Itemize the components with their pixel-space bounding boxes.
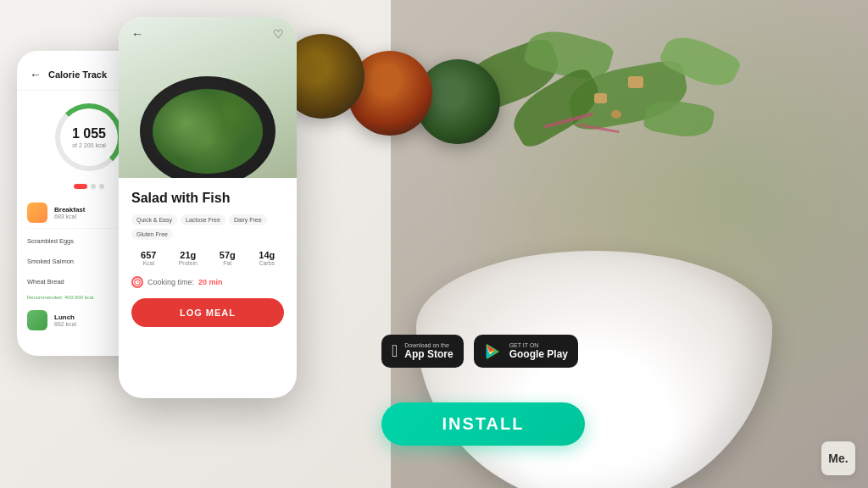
phone-front-nav: ← ♡ <box>119 17 297 51</box>
nutrition-kcal: 657 Kcal <box>131 250 166 266</box>
install-button-container: INSTALL <box>381 402 585 446</box>
lunch-label: Lunch <box>54 313 127 321</box>
nutrition-grid: 657 Kcal 21g Protein 57g Fat 14g Carbs <box>131 250 284 266</box>
store-buttons-container:  Download on the App Store GET IT ON Go… <box>381 335 578 368</box>
clock-icon <box>131 276 143 288</box>
tag-lactose-free: Lactose Free <box>181 214 225 225</box>
scrambled-eggs-label: Scrambled Eggs <box>27 237 74 245</box>
cooking-time: Cooking time: 20 min <box>131 276 284 288</box>
nutrition-fat: 57g Fat <box>210 250 245 266</box>
back-arrow-icon: ← <box>30 68 42 81</box>
lunch-icon <box>27 310 47 330</box>
apple-icon:  <box>392 341 398 361</box>
app-store-button[interactable]:  Download on the App Store <box>381 335 464 368</box>
phone-bowl <box>140 76 275 178</box>
carbs-label: Carbs <box>250 260 285 266</box>
tag-gluten-free: Gluten Free <box>131 229 173 240</box>
fat-label: Fat <box>210 260 245 266</box>
tag-quick-easy: Quick & Easy <box>131 214 177 225</box>
phone-front-content: Salad with Fish Quick & Easy Lactose Fre… <box>119 178 297 340</box>
cooking-time-label: Cooking time: <box>147 278 194 286</box>
fat-value: 57g <box>210 250 245 260</box>
phone-front-image: ← ♡ <box>119 17 297 178</box>
protein-label: Protein <box>171 260 206 266</box>
google-play-text: GET IT ON Google Play <box>509 342 568 360</box>
google-play-icon <box>484 342 503 361</box>
smoked-salmon-label: Smoked Salmon <box>27 258 74 265</box>
protein-value: 21g <box>171 250 206 260</box>
lunch-kcal: 882 kcal <box>54 321 127 327</box>
bowl-shape <box>416 251 772 488</box>
dot-1 <box>91 184 96 189</box>
cooking-time-value: 20 min <box>198 278 223 286</box>
app-store-main: App Store <box>404 348 453 360</box>
phone-front: ← ♡ Salad with Fish Quick & Easy Lactose… <box>119 17 297 398</box>
svg-line-2 <box>137 282 139 283</box>
app-store-sub: Download on the <box>404 342 453 348</box>
google-play-main: Google Play <box>509 348 568 360</box>
install-button[interactable]: INSTALL <box>381 402 585 446</box>
tags-row: Quick & Easy Lactose Free Dairy Free Glu… <box>131 214 284 240</box>
wheat-bread-label: Wheat Bread <box>27 278 64 286</box>
kcal-value: 657 <box>131 250 166 260</box>
nav-back-icon: ← <box>131 27 143 41</box>
kcal-label: Kcal <box>131 260 166 266</box>
nutrition-protein: 21g Protein <box>171 250 206 266</box>
calorie-count: 1 055 <box>72 127 106 141</box>
me-logo: Me. <box>821 441 855 475</box>
lunch-info: Lunch 882 kcal <box>54 313 127 327</box>
breakfast-icon <box>27 202 47 223</box>
crouton-3 <box>628 76 643 88</box>
calorie-total: of 2 200 kcal <box>72 142 106 148</box>
crouton-2 <box>611 110 621 119</box>
tag-dairy-free: Dairy Free <box>229 214 267 225</box>
google-play-sub: GET IT ON <box>509 342 568 348</box>
calorie-circle: 1 055 of 2 200 kcal <box>55 103 123 171</box>
nutrition-carbs: 14g Carbs <box>250 250 285 266</box>
crouton-1 <box>594 93 607 103</box>
calorie-title: Calorie Track <box>48 69 107 80</box>
carbs-value: 14g <box>250 250 285 260</box>
google-play-button[interactable]: GET IT ON Google Play <box>474 335 578 368</box>
phone-bowl-greens <box>153 89 263 174</box>
dot-2 <box>99 184 104 189</box>
log-meal-button[interactable]: LOG MEAL <box>131 298 284 327</box>
nav-heart-icon: ♡ <box>273 27 284 41</box>
dish-title: Salad with Fish <box>131 191 284 206</box>
app-store-text: Download on the App Store <box>404 342 453 360</box>
dot-active <box>74 184 87 189</box>
